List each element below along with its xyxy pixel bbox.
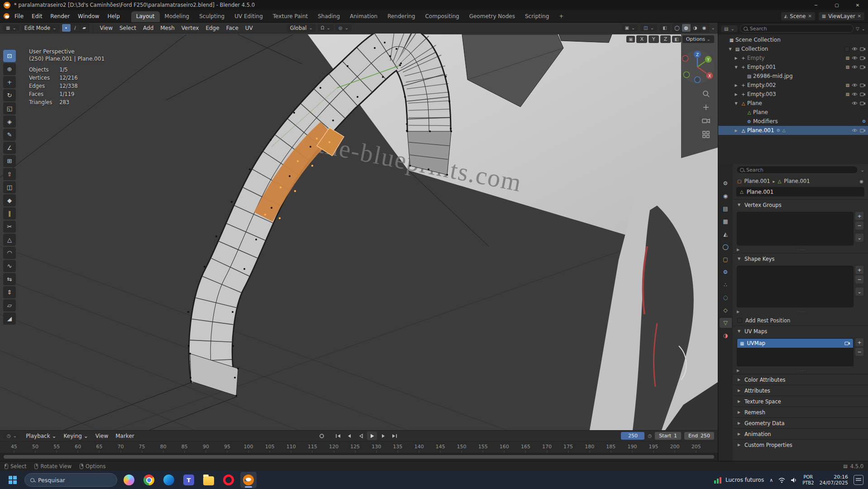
active-render-icon[interactable] — [844, 341, 850, 345]
taskbar-app-file-explorer[interactable] — [200, 472, 217, 488]
panel-expand-icon[interactable]: ▼ — [737, 329, 741, 333]
snap-toggle[interactable]: Ω⌄ — [318, 24, 334, 31]
axis-y-toggle[interactable]: Y — [649, 35, 659, 43]
scene-selector[interactable]: ◭ Scene ✕ — [781, 12, 815, 20]
tool-cursor[interactable]: ⊕ — [3, 63, 16, 75]
properties-tab-render[interactable]: ◉ — [720, 191, 732, 201]
viewport-menu-select[interactable]: Select — [116, 24, 139, 32]
exclude-checkbox[interactable] — [844, 47, 849, 52]
viewport-3d-scene[interactable]: the-blueprints.com .com — [0, 34, 718, 430]
workspace-tab-layout[interactable]: Layout — [131, 11, 160, 22]
taskbar-app-chrome[interactable] — [141, 472, 157, 488]
auto-key-button[interactable] — [317, 431, 327, 440]
tool-knife[interactable]: ✂ — [3, 221, 16, 233]
panel-expand-icon[interactable]: ▶ — [737, 443, 741, 447]
breadcrumb-object[interactable]: Plane.001 — [744, 178, 770, 184]
hide-eye-icon[interactable] — [852, 83, 858, 87]
workspace-tab-rendering[interactable]: Rendering — [382, 11, 420, 22]
timeline-scrollbar-thumb[interactable] — [4, 455, 714, 459]
properties-tab-constraints[interactable]: ◇ — [720, 305, 732, 315]
panel-header-vertex-groups[interactable]: ▼Vertex Groups — [733, 199, 868, 210]
tool-annotate[interactable]: ✎ — [3, 129, 16, 141]
snap-extra-icon[interactable]: ◧ — [672, 36, 681, 43]
taskbar-app-blender[interactable] — [240, 472, 257, 488]
properties-options-icon[interactable]: ⌄ — [861, 168, 864, 173]
taskbar-app-edge[interactable] — [161, 472, 177, 488]
outliner-filter-icon[interactable]: ▽ — [856, 26, 859, 31]
properties-search-input[interactable]: Search — [736, 166, 858, 174]
panel-expand-icon[interactable]: ▶ — [737, 399, 741, 403]
gizmo-extra-icon[interactable]: ▣ — [626, 36, 635, 43]
panel-header-uv-maps[interactable]: ▼UV Maps — [733, 326, 868, 336]
panel-header-color-attributes[interactable]: ▶Color Attributes — [733, 374, 868, 385]
datablock-name-field[interactable]: △ Plane.001 — [736, 187, 864, 197]
close-button[interactable]: ✕ — [847, 0, 868, 10]
axis-x-toggle[interactable]: X — [636, 35, 647, 43]
disable-render-icon[interactable] — [860, 92, 866, 96]
tool-edge-slide[interactable]: ⇆ — [3, 273, 16, 285]
expand-icon[interactable]: ▼ — [733, 101, 739, 105]
panel-grip[interactable]: ···· — [739, 248, 864, 252]
outliner-filter-dropdown-icon[interactable]: ⌄ — [862, 26, 865, 31]
axis-z-toggle[interactable]: Z — [660, 35, 671, 43]
timeline-menu-keying[interactable]: Keying ⌄ — [61, 432, 91, 440]
workspace-tab-compositing[interactable]: Compositing — [420, 11, 464, 22]
panel-header-animation[interactable]: ▶Animation — [733, 428, 868, 439]
viewport-menu-view[interactable]: View — [97, 24, 116, 32]
tool-shear[interactable]: ▱ — [3, 299, 16, 312]
list-vertex-groups[interactable] — [737, 212, 854, 245]
hide-eye-icon[interactable] — [852, 56, 858, 60]
outliner-item-empty[interactable]: ▶+Empty▨ — [718, 53, 868, 62]
outliner-editor-type-button[interactable]: ▤⌄ — [721, 25, 738, 32]
outliner-search-input[interactable]: Search — [740, 24, 854, 33]
disable-render-icon[interactable] — [860, 47, 866, 51]
panel-expand-icon[interactable]: ▶ — [737, 432, 741, 436]
panel-grip[interactable]: ···· — [739, 369, 864, 373]
timeline-editor-type-button[interactable]: ◷⌄ — [4, 432, 20, 439]
properties-tab-particles[interactable]: ∴ — [720, 280, 732, 290]
widgets-button[interactable]: Lucros futuros — [714, 477, 764, 484]
hide-eye-icon[interactable] — [852, 47, 858, 51]
tool-spin[interactable]: ◠ — [3, 247, 16, 259]
outliner-item-plane-001[interactable]: ▶△Plane.001⚙△ — [718, 126, 868, 135]
hide-eye-icon[interactable] — [852, 92, 858, 96]
view-gizmo[interactable]: Z Y X — [681, 50, 714, 84]
language-indicator[interactable]: POR PTB2 — [802, 474, 814, 486]
properties-tab-tool[interactable]: ⚙ — [720, 178, 732, 188]
tool-measure[interactable]: ∠ — [3, 142, 16, 154]
options-dropdown[interactable]: Options ⌄ — [682, 35, 714, 43]
minimize-button[interactable]: ─ — [806, 0, 826, 10]
disable-render-icon[interactable] — [860, 101, 866, 105]
properties-tab-view-layer[interactable]: ▦ — [720, 216, 732, 226]
taskbar-app-opera[interactable] — [220, 472, 237, 488]
outliner-item-collection[interactable]: ▼▤Collection — [718, 44, 868, 53]
outliner-item-empty-002[interactable]: ▶+Empty.002▨ — [718, 81, 868, 90]
play-reverse-button[interactable] — [356, 431, 366, 440]
viewport-menu-face[interactable]: Face — [223, 24, 242, 32]
disable-render-icon[interactable] — [860, 56, 866, 60]
add-item-button[interactable]: + — [855, 266, 863, 274]
properties-tab-output[interactable]: ▤ — [720, 204, 732, 214]
tool-transform[interactable]: ◈ — [3, 115, 16, 128]
viewport-menu-mesh[interactable]: Mesh — [157, 24, 178, 32]
solid-shading-button[interactable]: ◍ — [682, 24, 691, 32]
panel-expand-icon[interactable]: ▶ — [737, 388, 741, 393]
network-icon[interactable] — [778, 477, 785, 483]
tool-move[interactable]: + — [3, 76, 16, 88]
breadcrumb-data[interactable]: Plane.001 — [784, 178, 810, 184]
workspace-tab-shading[interactable]: Shading — [313, 11, 345, 22]
properties-tab-material[interactable]: ◑ — [720, 331, 732, 340]
orientation-selector[interactable]: Global ⌄ — [287, 24, 316, 32]
tool-select-box[interactable]: ⊡ — [3, 50, 16, 62]
panel-header-shape-keys[interactable]: ▼Shape Keys — [733, 253, 868, 264]
panel-grip[interactable]: ···· — [739, 310, 864, 314]
disable-render-icon[interactable] — [860, 65, 866, 69]
tool-smooth[interactable]: ∿ — [3, 260, 16, 272]
workspace-tab-geometry-nodes[interactable]: Geometry Nodes — [464, 11, 520, 22]
outliner-item-empty-001[interactable]: ▼+Empty.001▨ — [718, 62, 868, 72]
viewport-menu-vertex[interactable]: Vertex — [178, 24, 202, 32]
list-uv-maps[interactable]: ▦UVMap — [737, 338, 854, 366]
notification-center-button[interactable] — [854, 475, 863, 485]
remove-item-button[interactable]: − — [855, 275, 863, 283]
shading-dropdown-icon[interactable]: ⌄ — [711, 25, 715, 30]
